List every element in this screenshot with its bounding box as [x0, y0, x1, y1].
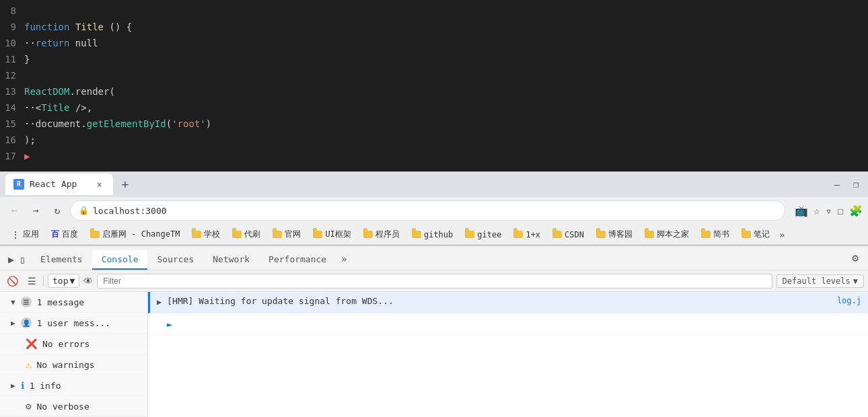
bookmark-guanwang[interactable]: 官网	[267, 227, 306, 242]
filter-warnings[interactable]: ⚠ No warnings	[0, 354, 147, 375]
more-tabs-button[interactable]: »	[336, 250, 352, 270]
bookmark-1x[interactable]: 1+x	[508, 228, 546, 241]
filter-user-messages[interactable]: ▶ 👤 1 user mess...	[0, 313, 147, 334]
minimize-button[interactable]: —	[830, 178, 844, 191]
bookmark-dashua[interactable]: 代刷	[227, 227, 266, 242]
folder-icon	[192, 231, 201, 238]
filter-label: 1 message	[37, 297, 84, 307]
eye-icon[interactable]: 👁	[83, 276, 93, 287]
bookmark-csdn[interactable]: CSDN	[547, 228, 589, 241]
console-filter-panel: ▼ ☰ 1 message ▶ 👤 1 user mess... ❌ No er…	[0, 292, 148, 417]
bookmark-label: gitee	[477, 230, 501, 239]
message-expand-arrow[interactable]: ▶	[157, 296, 161, 307]
bookmark-jiaoben[interactable]: 脚本之家	[639, 227, 694, 242]
line-content: );	[24, 132, 36, 148]
forward-button[interactable]: →	[27, 202, 44, 219]
bookmark-label: 官网	[285, 229, 301, 240]
line-number: 10	[0, 35, 24, 51]
bookmark-school[interactable]: 学校	[186, 227, 225, 242]
code-line-14: 14 ··<Title />,	[0, 100, 868, 116]
bookmarks-more-button[interactable]: »	[779, 229, 785, 240]
refresh-button[interactable]: ↻	[48, 202, 66, 219]
cursor-icon[interactable]: ▶	[8, 254, 14, 266]
url-text: localhost:3000	[93, 206, 167, 216]
code-line-9: 9 function Title () {	[0, 19, 868, 35]
bookmark-icon[interactable]: ☆	[813, 204, 820, 217]
bookmark-notes[interactable]: 笔记	[736, 227, 775, 242]
expand-arrow-icon: ▼	[11, 298, 15, 307]
folder-icon	[742, 231, 751, 238]
folder-icon	[232, 231, 242, 238]
back-button[interactable]: ←	[5, 202, 23, 219]
profile-icon[interactable]: ▿	[826, 204, 832, 217]
url-box[interactable]: 🔒 localhost:3000	[70, 200, 785, 221]
browser-window: R React App × + — ❐ ← → ↻ 🔒 localhost:30…	[0, 172, 868, 417]
screen-cast-icon[interactable]: 📺	[795, 204, 808, 217]
extensions-icon[interactable]: 🧩	[849, 204, 863, 217]
filter-verbose[interactable]: ⚙ No verbose	[0, 396, 147, 417]
bookmark-programmer[interactable]: 程序员	[358, 227, 405, 242]
bookmark-gitee[interactable]: gitee	[460, 228, 507, 241]
bookmark-github[interactable]: github	[406, 228, 458, 241]
folder-icon	[513, 231, 523, 238]
devtools-icon[interactable]: ☐	[837, 204, 844, 217]
filter-all-messages[interactable]: ▼ ☰ 1 message	[0, 292, 147, 313]
tab-console[interactable]: Console	[92, 250, 148, 270]
clear-console-button[interactable]: 🚫	[4, 274, 21, 288]
folder-icon	[363, 231, 373, 238]
bookmark-label: 学校	[204, 229, 220, 240]
log-levels-button[interactable]: Default levels ▼	[776, 274, 864, 288]
tab-performance[interactable]: Performance	[259, 250, 336, 270]
console-messages-list: ▶ [HMR] Waiting for update signal from W…	[148, 292, 868, 335]
line-number: 9	[0, 19, 24, 35]
bookmark-label: 程序员	[375, 229, 400, 240]
bookmark-apps[interactable]: ⋮ 应用	[5, 227, 44, 242]
line-content: ▶	[24, 148, 30, 164]
new-tab-button[interactable]: +	[116, 175, 135, 194]
console-messages-panel: ▶ [HMR] Waiting for update signal from W…	[148, 292, 868, 417]
lock-icon: 🔒	[79, 206, 89, 215]
devtools-settings-button[interactable]: ⚙	[845, 248, 865, 270]
code-editor: 8 9 function Title () { 10 ··return null…	[0, 0, 868, 172]
tab-close-button[interactable]: ×	[94, 178, 105, 191]
bookmark-jianshu[interactable]: 简书	[696, 227, 735, 242]
folder-icon	[465, 231, 474, 238]
filter-label: 1 user mess...	[37, 318, 111, 328]
device-icon[interactable]: ▯	[20, 254, 26, 266]
bookmark-label: 应用	[23, 229, 39, 240]
filter-info[interactable]: ▶ ℹ 1 info	[0, 375, 147, 396]
console-message-caret: ►	[148, 313, 868, 335]
message-text: [HMR] Waiting for update signal from WDS…	[167, 296, 832, 306]
info-icon: ℹ	[21, 380, 24, 391]
bookmark-changetm[interactable]: 启雁网 - ChangeTM	[85, 227, 185, 242]
bookmark-label: 脚本之家	[657, 229, 689, 240]
tab-elements[interactable]: Elements	[31, 250, 92, 270]
filter-icon[interactable]: ☰	[25, 274, 39, 288]
console-main-area: ▼ ☰ 1 message ▶ 👤 1 user mess... ❌ No er…	[0, 292, 868, 417]
bookmark-label: 1+x	[526, 230, 540, 239]
bookmark-label: 博客园	[608, 229, 632, 240]
message-source-link[interactable]: log.j	[837, 296, 861, 305]
line-number: 13	[0, 83, 24, 100]
bookmark-label: 简书	[713, 229, 729, 240]
filter-input[interactable]	[97, 274, 772, 289]
bookmark-label: 笔记	[754, 229, 770, 240]
folder-icon	[701, 231, 711, 238]
tab-network[interactable]: Network	[203, 250, 259, 270]
line-content: }	[24, 51, 30, 67]
restore-button[interactable]: ❐	[849, 178, 863, 191]
line-number: 17	[0, 148, 24, 164]
bookmark-label: 百度	[62, 229, 78, 240]
bookmark-ui[interactable]: UI框架	[308, 227, 356, 242]
bookmark-bokeyuan[interactable]: 博客园	[591, 227, 638, 242]
message-arrow-icon[interactable]: ►	[167, 317, 172, 330]
user-messages-icon: 👤	[21, 317, 32, 328]
context-selector[interactable]: top ▼	[48, 274, 79, 288]
bookmark-label: CSDN	[565, 230, 584, 239]
filter-errors[interactable]: ❌ No errors	[0, 334, 147, 354]
browser-tab[interactable]: R React App ×	[5, 174, 113, 195]
tab-sources[interactable]: Sources	[147, 250, 203, 270]
folder-icon	[273, 231, 282, 238]
bookmark-baidu[interactable]: 百 百度	[46, 227, 83, 242]
code-line-15: 15 ··document.getElementById('root')	[0, 116, 868, 132]
